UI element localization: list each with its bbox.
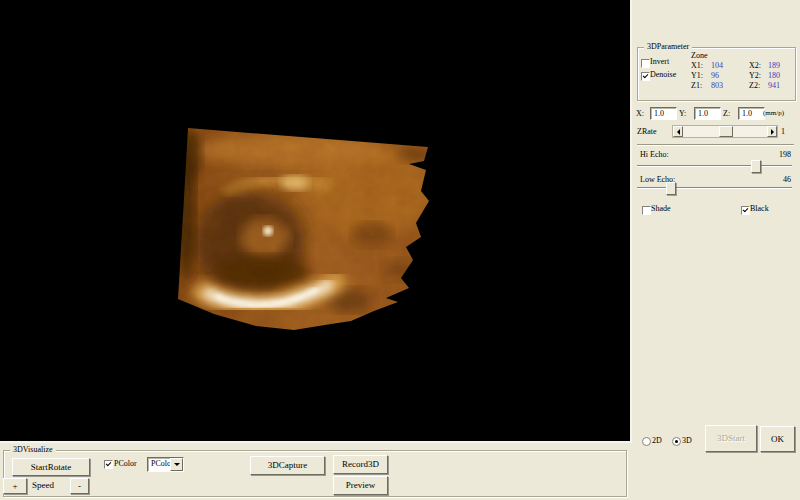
arrow-right-icon [771,129,777,135]
zone-title: Zone [691,52,707,60]
ultrasound-render [0,0,630,441]
speed-minus-button[interactable]: - [70,478,89,494]
hi-echo-thumb[interactable] [751,160,761,173]
zone-x2-label: X2: [749,62,761,70]
preview-button[interactable]: Preview [333,476,388,495]
scale-x-label: X: [636,110,644,118]
pcolor-label: PColor [114,460,137,468]
arrow-left-icon [674,129,680,135]
record3d-button[interactable]: Record3D [333,455,388,474]
invert-label: Invert [650,58,669,66]
check-icon [106,461,112,467]
hi-echo-label: Hi Echo: [640,151,669,159]
radio-3d-label: 3D [682,437,692,445]
panel-divider [637,144,794,146]
ok-button[interactable]: OK [760,426,795,452]
radio-2d-label: 2D [652,437,662,445]
capture3d-button[interactable]: 3DCapture [250,456,325,475]
zone-x2-value: 189 [768,62,780,70]
denoise-checkbox[interactable] [641,72,650,81]
zone-x1-value: 104 [711,62,723,70]
zone-z1-value: 803 [711,82,723,90]
start-rotate-button[interactable]: StartRotate [12,458,90,476]
parameter-group-title: 3DParameter [644,43,692,51]
scale-y-label: Y: [679,110,686,118]
visualize-group-title: 3DVisualize [10,446,56,454]
black-checkbox[interactable] [741,206,750,215]
denoise-label: Denoise [650,71,676,79]
zrate-track[interactable] [683,126,767,137]
zrate-right-arrow-button[interactable] [767,126,777,137]
radio-2d[interactable] [642,437,651,446]
zone-y1-value: 96 [711,72,719,80]
shade-checkbox[interactable] [642,206,651,215]
speed-plus-button[interactable]: + [3,478,27,494]
low-echo-slider[interactable] [637,187,792,189]
zrate-left-arrow-button[interactable] [673,126,683,137]
hi-echo-slider[interactable] [637,165,792,167]
scale-y-input[interactable]: 1.0 [694,107,721,120]
zrate-thumb[interactable] [719,126,733,137]
zone-y2-label: Y2: [749,72,761,80]
zrate-label: ZRate [637,128,657,136]
pcolor-dropdown-button[interactable] [170,458,183,471]
scale-unit-label: (mm/p) [763,110,784,117]
pcolor-dropdown[interactable]: PColor [147,457,184,472]
low-echo-value: 46 [758,176,791,184]
zrate-value: 1 [781,128,785,136]
zone-x1-label: X1: [691,62,703,70]
shade-label: Shade [651,205,671,213]
scale-x-input[interactable]: 1.0 [650,107,677,120]
check-icon [743,207,749,213]
zone-y2-value: 180 [768,72,780,80]
low-echo-thumb[interactable] [666,182,676,195]
start3d-button[interactable]: 3DStart [705,425,757,452]
zone-z2-label: Z2: [749,82,760,90]
speed-label: Speed [32,481,54,490]
hi-echo-value: 198 [758,151,791,159]
render-canvas[interactable] [0,0,632,443]
zone-y1-label: Y1: [691,72,703,80]
application-window: 3DParameter Invert Denoise Zone X1: 104 … [0,0,800,500]
chevron-down-icon [174,463,180,469]
zrate-scrollbar[interactable] [672,125,778,138]
invert-checkbox[interactable] [641,59,650,68]
radio-3d[interactable] [672,437,681,446]
radio-dot-icon [675,440,678,443]
zone-z1-label: Z1: [691,82,702,90]
check-icon [643,73,649,79]
zone-z2-value: 941 [768,82,780,90]
pcolor-checkbox[interactable] [104,460,113,469]
scale-z-input[interactable]: 1.0 [738,107,765,120]
scale-z-label: Z: [723,110,730,118]
black-label: Black [750,205,769,213]
